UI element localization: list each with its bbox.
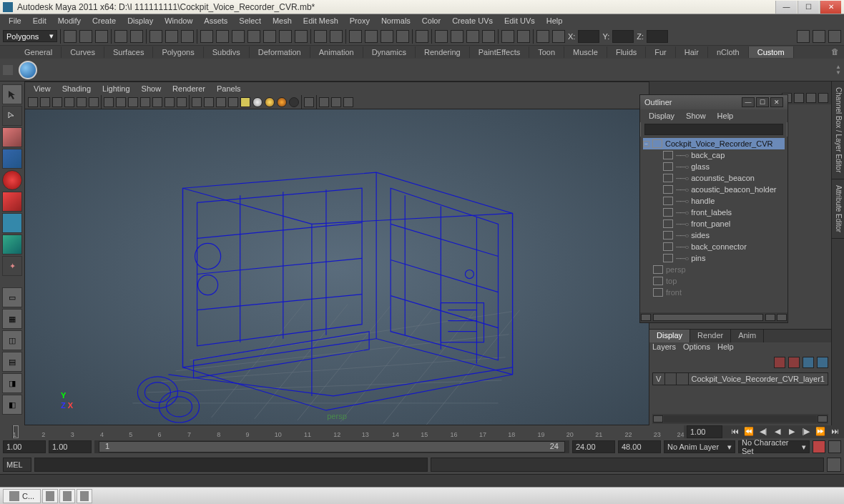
vp-gate-mask-icon[interactable]: [140, 97, 150, 107]
time-slider[interactable]: 1 2 3 4 5 6 7 8 9 10 11 12 13 14 15 16 1…: [0, 425, 844, 438]
vp-smooth-shade-icon[interactable]: [204, 97, 214, 107]
new-scene-icon[interactable]: [64, 30, 77, 43]
scroll-left-icon[interactable]: [641, 314, 651, 321]
taskbar-item-2[interactable]: [42, 489, 58, 503]
menu-assets[interactable]: Assets: [198, 15, 233, 26]
input-connections-icon[interactable]: [349, 30, 362, 43]
layer-menu-layers[interactable]: Layers: [652, 342, 676, 354]
outliner-camera-node[interactable]: persp: [643, 264, 785, 275]
outliner-search-field[interactable]: [644, 124, 783, 135]
vp-film-gate-icon[interactable]: [116, 97, 126, 107]
outliner-child-node[interactable]: ──○pins: [643, 252, 785, 264]
show-manipulator-tool[interactable]: ✦: [2, 256, 22, 276]
vp-selected-light-icon[interactable]: [277, 97, 287, 107]
output-operations-icon[interactable]: [396, 30, 409, 43]
outliner-max-button[interactable]: ☐: [756, 97, 769, 107]
select-tool[interactable]: [2, 84, 22, 104]
close-button[interactable]: ✕: [820, 1, 841, 14]
input-operations-icon[interactable]: [365, 30, 378, 43]
hypershade-icon[interactable]: [517, 30, 530, 43]
vp-menu-lighting[interactable]: Lighting: [97, 83, 136, 94]
move-tool[interactable]: [2, 149, 22, 169]
scroll-left-icon[interactable]: [653, 415, 663, 423]
persp-outliner-layout[interactable]: ◫: [2, 330, 22, 350]
render-view-icon[interactable]: [482, 30, 495, 43]
vp-screen-icon[interactable]: [343, 97, 353, 107]
vp-shadows-icon[interactable]: [228, 97, 238, 107]
lasso-tool[interactable]: [2, 106, 22, 126]
vp-menu-shading[interactable]: Shading: [57, 83, 97, 94]
snap-point-icon[interactable]: [232, 30, 245, 43]
maximize-button[interactable]: ☐: [798, 1, 819, 14]
script-editor-button[interactable]: [827, 458, 841, 472]
shelf-collapse-arrows[interactable]: ▲▼: [835, 65, 841, 75]
character-set-dropdown[interactable]: No Character Set▾: [738, 440, 810, 453]
outliner-root-node[interactable]: − Cockpit_Voice_Recorder_CVR: [643, 138, 785, 149]
history-off-icon[interactable]: [330, 30, 343, 43]
play-backward-button[interactable]: ◀: [771, 425, 784, 437]
field-blank-icon[interactable]: [552, 30, 565, 43]
expand-icon[interactable]: −: [643, 141, 649, 147]
outliner-child-node[interactable]: ──○back_connector: [643, 241, 785, 252]
tab-fluids[interactable]: Fluids: [607, 46, 646, 58]
tab-custom[interactable]: Custom: [749, 46, 794, 58]
menu-editmesh[interactable]: Edit Mesh: [298, 15, 344, 26]
outliner-menu-display[interactable]: Display: [643, 110, 680, 122]
outliner-titlebar[interactable]: Outliner — ☐ ✕: [640, 95, 787, 109]
create-empty-layer-icon[interactable]: [803, 357, 814, 368]
command-input[interactable]: [34, 458, 428, 472]
scroll-right-icon[interactable]: [818, 415, 828, 423]
vp-xray-joints-icon[interactable]: [331, 97, 341, 107]
hypergraph-icon[interactable]: [501, 30, 514, 43]
menu-window[interactable]: Window: [159, 15, 198, 26]
layer-menu-options[interactable]: Options: [683, 342, 710, 354]
play-forward-button[interactable]: ▶: [785, 425, 798, 437]
menu-color[interactable]: Color: [416, 15, 446, 26]
auto-keyframe-toggle[interactable]: [813, 440, 825, 453]
range-thumb[interactable]: 1 24: [99, 441, 565, 453]
snap-view-icon[interactable]: [279, 30, 292, 43]
vp-default-light-icon[interactable]: [252, 97, 262, 107]
vp-menu-view[interactable]: View: [28, 83, 57, 94]
tab-rendering[interactable]: Rendering: [416, 46, 470, 58]
layer-menu-help[interactable]: Help: [717, 342, 734, 354]
outliner-camera-node[interactable]: top: [643, 275, 785, 287]
minimize-button[interactable]: —: [775, 1, 797, 14]
construct-history-icon[interactable]: [416, 30, 428, 43]
outliner-menu-show[interactable]: Show: [680, 110, 712, 122]
history-on-icon[interactable]: [314, 30, 327, 43]
vp-all-light-icon[interactable]: [265, 97, 275, 107]
viewport-3d[interactable]: YZ X persp: [25, 109, 649, 425]
layer-move-down-icon[interactable]: [788, 357, 800, 368]
playblast-icon[interactable]: [536, 30, 549, 43]
paint-tool[interactable]: [2, 127, 22, 147]
menu-normals[interactable]: Normals: [376, 15, 416, 26]
ipr-render-icon[interactable]: [451, 30, 463, 43]
scroll-thumb[interactable]: [653, 314, 763, 321]
layer-icon[interactable]: [794, 93, 804, 103]
undo-icon[interactable]: [114, 30, 127, 43]
vp-resolution-gate-icon[interactable]: [128, 97, 138, 107]
single-perspective-layout[interactable]: ▭: [2, 287, 22, 307]
coord-z-field[interactable]: [647, 30, 668, 43]
anim-layer-dropdown[interactable]: No Anim Layer▾: [664, 440, 735, 453]
vp-bookmarks-icon[interactable]: [52, 97, 62, 107]
layer-display-type[interactable]: [665, 373, 677, 385]
outliner-menu-help[interactable]: Help: [712, 110, 740, 122]
layer-color-swatch[interactable]: [677, 373, 689, 385]
select-by-component-icon[interactable]: [181, 30, 194, 43]
vp-isolate-select-icon[interactable]: [304, 97, 314, 107]
step-forward-button[interactable]: |▶: [800, 425, 813, 437]
four-view-layout[interactable]: ▦: [2, 309, 22, 329]
vp-image-plane-icon[interactable]: [64, 97, 74, 107]
menu-createuvs[interactable]: Create UVs: [446, 15, 499, 26]
tab-polygons[interactable]: Polygons: [153, 46, 203, 58]
snap-live-icon[interactable]: [263, 30, 276, 43]
attribute-editor-tab[interactable]: Attribute Editor: [832, 179, 844, 239]
output-connections-icon[interactable]: [381, 30, 393, 43]
vp-safe-title-icon[interactable]: [177, 97, 187, 107]
shelf-custom-button[interactable]: [19, 61, 37, 79]
soft-modification-tool[interactable]: [2, 234, 22, 255]
outliner-child-node[interactable]: ──○back_cap: [643, 149, 785, 161]
menu-display[interactable]: Display: [122, 15, 159, 26]
